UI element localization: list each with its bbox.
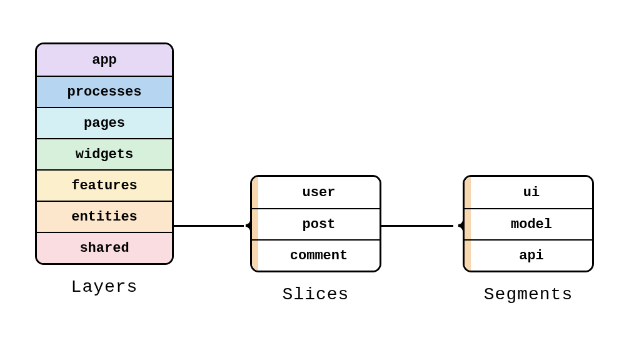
layer-entities: entities (37, 201, 172, 232)
segment-api: api (465, 239, 592, 271)
segment-label: model (511, 217, 552, 232)
layer-label: widgets (76, 147, 133, 162)
layer-label: pages (84, 116, 125, 131)
layer-processes: processes (37, 76, 172, 107)
connector-layers-slices (174, 225, 244, 227)
layer-widgets: widgets (37, 138, 172, 169)
layers-box: app processes pages widgets features ent… (35, 42, 174, 265)
stripe-icon (252, 177, 258, 208)
slices-caption: Slices (283, 285, 350, 304)
stripe-icon (465, 241, 471, 271)
layer-label: features (71, 178, 138, 194)
layers-caption: Layers (71, 277, 138, 297)
segment-ui: ui (465, 177, 592, 208)
stripe-icon (252, 241, 258, 271)
slices-box: user post comment (250, 175, 381, 272)
segment-model: model (465, 208, 592, 239)
stripe-icon (252, 209, 258, 239)
layer-pages: pages (37, 107, 172, 138)
architecture-diagram: app processes pages widgets features ent… (0, 0, 644, 358)
layer-shared: shared (37, 232, 172, 263)
layer-app: app (37, 44, 172, 76)
segment-label: api (519, 248, 544, 264)
layers-column: app processes pages widgets features ent… (35, 42, 174, 297)
layer-label: processes (68, 84, 142, 100)
slice-comment: comment (252, 239, 380, 271)
layer-label: shared (79, 241, 129, 256)
slice-label: post (303, 217, 336, 232)
stripe-icon (465, 177, 471, 208)
slice-label: user (303, 185, 336, 201)
slice-post: post (252, 208, 380, 239)
slices-column: user post comment Slices (250, 175, 381, 304)
segments-column: ui model api Segments (463, 175, 594, 304)
layer-label: entities (71, 209, 138, 225)
connector-slices-segments (381, 225, 453, 227)
layer-label: app (92, 52, 117, 68)
segments-caption: Segments (484, 285, 573, 304)
slice-label: comment (290, 248, 348, 264)
segments-box: ui model api (463, 175, 594, 272)
slice-user: user (252, 177, 380, 208)
layer-features: features (37, 169, 172, 201)
stripe-icon (465, 209, 471, 239)
segment-label: ui (523, 185, 540, 201)
